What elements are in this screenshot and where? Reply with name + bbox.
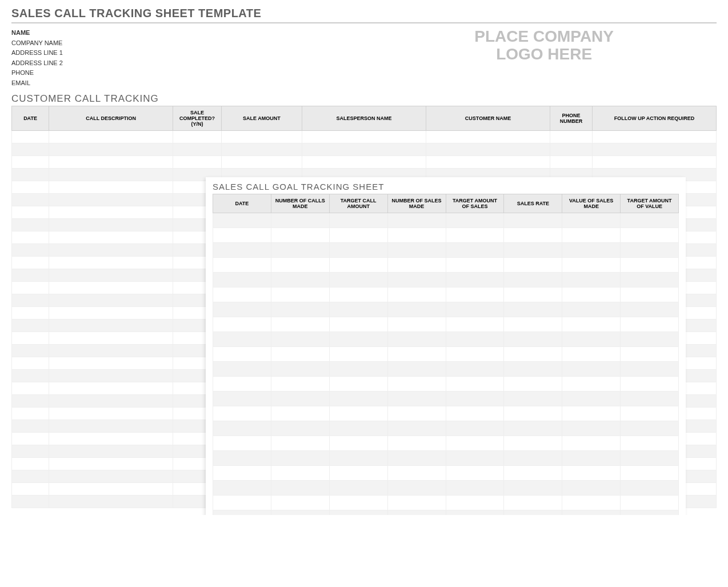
table-cell[interactable] bbox=[621, 258, 679, 273]
table-cell[interactable] bbox=[12, 130, 49, 143]
table-cell[interactable] bbox=[621, 302, 679, 317]
table-cell[interactable] bbox=[446, 243, 504, 258]
table-cell[interactable] bbox=[504, 362, 562, 377]
table-cell[interactable] bbox=[49, 143, 173, 155]
table-cell[interactable] bbox=[621, 347, 679, 362]
table-cell[interactable] bbox=[504, 273, 562, 287]
table-cell[interactable] bbox=[329, 213, 387, 228]
table-cell[interactable] bbox=[446, 466, 504, 481]
table-cell[interactable] bbox=[213, 466, 271, 481]
table-cell[interactable] bbox=[426, 130, 550, 143]
table-cell[interactable] bbox=[213, 496, 271, 510]
table-cell[interactable] bbox=[504, 213, 562, 228]
table-cell[interactable] bbox=[12, 206, 49, 218]
table-cell[interactable] bbox=[504, 496, 562, 510]
table-cell[interactable] bbox=[387, 436, 446, 451]
table-cell[interactable] bbox=[621, 213, 679, 228]
table-cell[interactable] bbox=[271, 496, 329, 510]
table-cell[interactable] bbox=[213, 451, 271, 466]
table-cell[interactable] bbox=[621, 466, 679, 481]
table-cell[interactable] bbox=[446, 406, 504, 421]
table-cell[interactable] bbox=[49, 344, 173, 357]
table-cell[interactable] bbox=[12, 269, 49, 281]
table-cell[interactable] bbox=[271, 317, 329, 332]
table-cell[interactable] bbox=[213, 228, 271, 243]
table-cell[interactable] bbox=[504, 406, 562, 421]
table-cell[interactable] bbox=[271, 481, 329, 496]
table-cell[interactable] bbox=[329, 273, 387, 287]
table-cell[interactable] bbox=[387, 466, 446, 481]
table-cell[interactable] bbox=[271, 258, 329, 273]
table-cell[interactable] bbox=[446, 392, 504, 406]
table-cell[interactable] bbox=[213, 273, 271, 287]
table-cell[interactable] bbox=[550, 155, 593, 168]
table-cell[interactable] bbox=[329, 451, 387, 466]
table-cell[interactable] bbox=[446, 377, 504, 392]
table-cell[interactable] bbox=[213, 392, 271, 406]
table-cell[interactable] bbox=[446, 302, 504, 317]
table-cell[interactable] bbox=[387, 302, 446, 317]
table-cell[interactable] bbox=[302, 155, 426, 168]
table-cell[interactable] bbox=[504, 466, 562, 481]
table-cell[interactable] bbox=[329, 510, 387, 515]
table-cell[interactable] bbox=[387, 273, 446, 287]
table-cell[interactable] bbox=[446, 421, 504, 436]
table-cell[interactable] bbox=[213, 436, 271, 451]
table-cell[interactable] bbox=[504, 287, 562, 302]
table-cell[interactable] bbox=[562, 362, 621, 377]
table-cell[interactable] bbox=[12, 256, 49, 269]
table-cell[interactable] bbox=[562, 392, 621, 406]
table-cell[interactable] bbox=[504, 392, 562, 406]
table-cell[interactable] bbox=[173, 143, 222, 155]
table-cell[interactable] bbox=[12, 319, 49, 332]
table-cell[interactable] bbox=[387, 228, 446, 243]
table-cell[interactable] bbox=[592, 143, 716, 155]
table-cell[interactable] bbox=[387, 287, 446, 302]
table-cell[interactable] bbox=[329, 347, 387, 362]
table-cell[interactable] bbox=[621, 481, 679, 496]
table-cell[interactable] bbox=[271, 436, 329, 451]
table-cell[interactable] bbox=[213, 377, 271, 392]
table-cell[interactable] bbox=[271, 406, 329, 421]
table-cell[interactable] bbox=[329, 317, 387, 332]
table-cell[interactable] bbox=[12, 218, 49, 231]
table-cell[interactable] bbox=[329, 466, 387, 481]
table-cell[interactable] bbox=[387, 451, 446, 466]
table-cell[interactable] bbox=[387, 362, 446, 377]
table-cell[interactable] bbox=[621, 451, 679, 466]
table-cell[interactable] bbox=[12, 231, 49, 243]
table-cell[interactable] bbox=[562, 510, 621, 515]
table-cell[interactable] bbox=[387, 347, 446, 362]
table-cell[interactable] bbox=[12, 407, 49, 420]
table-cell[interactable] bbox=[49, 382, 173, 394]
table-cell[interactable] bbox=[49, 420, 173, 432]
table-cell[interactable] bbox=[562, 451, 621, 466]
table-cell[interactable] bbox=[504, 436, 562, 451]
table-cell[interactable] bbox=[49, 281, 173, 294]
table-cell[interactable] bbox=[621, 228, 679, 243]
table-cell[interactable] bbox=[387, 317, 446, 332]
table-cell[interactable] bbox=[621, 332, 679, 347]
table-cell[interactable] bbox=[49, 181, 173, 193]
table-cell[interactable] bbox=[621, 273, 679, 287]
table-cell[interactable] bbox=[49, 495, 173, 508]
table-cell[interactable] bbox=[562, 481, 621, 496]
table-cell[interactable] bbox=[387, 392, 446, 406]
table-cell[interactable] bbox=[49, 243, 173, 256]
table-cell[interactable] bbox=[271, 347, 329, 362]
table-cell[interactable] bbox=[12, 168, 49, 181]
table-cell[interactable] bbox=[550, 143, 593, 155]
table-cell[interactable] bbox=[12, 344, 49, 357]
table-cell[interactable] bbox=[562, 496, 621, 510]
table-cell[interactable] bbox=[213, 213, 271, 228]
table-cell[interactable] bbox=[213, 243, 271, 258]
table-cell[interactable] bbox=[329, 302, 387, 317]
table-cell[interactable] bbox=[213, 347, 271, 362]
table-cell[interactable] bbox=[12, 294, 49, 306]
table-cell[interactable] bbox=[329, 481, 387, 496]
table-cell[interactable] bbox=[12, 432, 49, 445]
table-cell[interactable] bbox=[329, 436, 387, 451]
table-cell[interactable] bbox=[49, 357, 173, 369]
table-cell[interactable] bbox=[562, 228, 621, 243]
table-cell[interactable] bbox=[621, 436, 679, 451]
